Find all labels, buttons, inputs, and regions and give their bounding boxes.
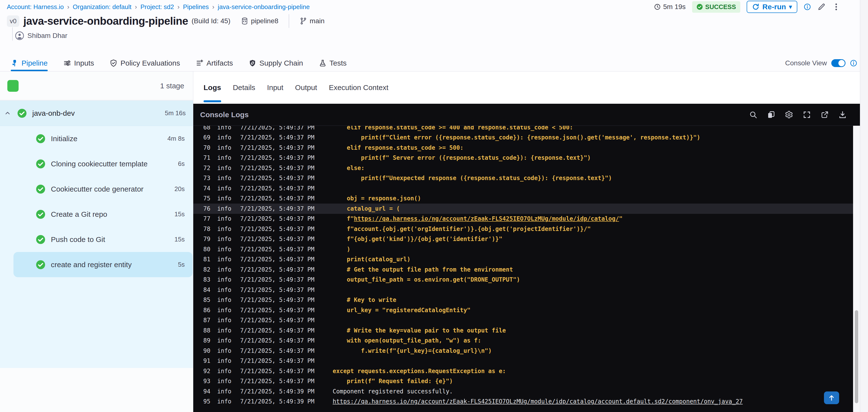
step-item[interactable]: Initialize4m 8s <box>0 126 193 151</box>
log-row: 85info7/21/2025, 5:49:37 PM # Key to wri… <box>193 295 853 305</box>
log-link[interactable]: https://qa.harness.io/ng/account/zEaak-F… <box>333 398 743 405</box>
detail-tab-input[interactable]: Input <box>267 71 283 104</box>
tab-label: Artifacts <box>207 59 233 67</box>
info-icon[interactable] <box>850 59 857 67</box>
log-level: info <box>217 185 231 192</box>
console-view-toggle[interactable] <box>831 59 845 67</box>
log-scrollbar-thumb[interactable] <box>855 310 858 403</box>
download-icon[interactable] <box>838 110 847 119</box>
breadcrumb-separator: › <box>135 3 137 11</box>
tab-tests[interactable]: Tests <box>319 55 347 71</box>
status-text: SUCCESS <box>705 3 736 11</box>
step-item[interactable]: Push code to Git15s <box>0 227 193 252</box>
log-level: info <box>217 317 231 324</box>
log-viewer[interactable]: 68info7/21/2025, 5:49:37 PM elif respons… <box>193 126 853 412</box>
scroll-to-top-button[interactable] <box>824 391 839 404</box>
tab-pipeline[interactable]: Pipeline <box>11 55 48 71</box>
log-text: Component registered successfully. <box>333 388 453 395</box>
detail-tab-execution-context[interactable]: Execution Context <box>329 71 388 104</box>
detail-tab-logs[interactable]: Logs <box>204 71 221 104</box>
detail-tab-output[interactable]: Output <box>295 71 317 104</box>
log-timestamp: 7/21/2025, 5:49:37 PM <box>240 154 314 161</box>
log-text: print(f" Server error ({response.status_… <box>333 154 591 161</box>
branch-chip[interactable]: main <box>300 17 324 25</box>
log-scrollbar[interactable] <box>853 126 860 412</box>
stage-status-square <box>7 80 19 92</box>
rerun-label: Re-run <box>762 3 786 11</box>
detail-tab-details[interactable]: Details <box>233 71 255 104</box>
log-row: 92info7/21/2025, 5:49:37 PMexcept reques… <box>193 366 853 376</box>
stage-panel: java-onb-dev 5m 16s Initialize4m 8sCloni… <box>0 100 193 368</box>
log-timestamp: 7/21/2025, 5:49:37 PM <box>240 368 314 375</box>
page-title: java-service-onboarding-pipeline <box>23 15 188 27</box>
step-item[interactable]: Cloning cookiecutter template6s <box>0 151 193 177</box>
breadcrumb-link[interactable]: Project: sd2 <box>141 3 174 11</box>
page-scrollbar[interactable] <box>860 0 868 412</box>
log-line-number: 95 <box>203 398 210 405</box>
breadcrumb-link[interactable]: java-service-onboarding-pipeline <box>218 3 310 11</box>
branch-icon <box>300 17 307 25</box>
log-line-number: 72 <box>203 165 210 171</box>
log-level: info <box>217 276 231 283</box>
kebab-menu-icon[interactable] <box>832 3 840 11</box>
step-label: Create a Git repo <box>51 210 107 219</box>
breadcrumb-link[interactable]: Pipelines <box>183 3 209 11</box>
log-text: elif response.status_code >= 400 and res… <box>333 126 573 131</box>
tab-supply-chain[interactable]: Supply Chain <box>249 55 303 71</box>
log-timestamp: 7/21/2025, 5:49:37 PM <box>240 378 314 385</box>
top-bar: Account: Harness.io›Organization: defaul… <box>0 0 860 14</box>
log-text: with open(output_file_path, "w") as f: <box>333 337 481 344</box>
settings-icon[interactable] <box>785 110 793 119</box>
log-text: else: <box>333 165 365 171</box>
stage-row[interactable]: java-onb-dev 5m 16s <box>0 100 193 126</box>
log-link[interactable]: https://qa.harness.io/ng/account/zEaak-F… <box>354 215 619 222</box>
rerun-button[interactable]: Re-run ▾ <box>747 1 797 13</box>
log-level: info <box>217 296 231 304</box>
breadcrumb-link[interactable]: Account: Harness.io <box>7 3 64 11</box>
step-item[interactable]: Create a Git repo15s <box>0 201 193 227</box>
log-row: 76info7/21/2025, 5:49:37 PM catalog_url … <box>193 203 853 214</box>
log-row: 83info7/21/2025, 5:49:37 PM output_file_… <box>193 275 853 285</box>
fullscreen-icon[interactable] <box>803 110 811 119</box>
log-row: 90info7/21/2025, 5:49:37 PM f.write(f"{u… <box>193 346 853 356</box>
log-row: 88info7/21/2025, 5:49:37 PM # Write the … <box>193 325 853 336</box>
tab-inputs[interactable]: Inputs <box>63 55 94 71</box>
log-text: # Get the output file path from the envi… <box>333 266 513 273</box>
breadcrumb-link[interactable]: Organization: default <box>73 3 131 11</box>
pipeline-header: v0 java-service-onboarding-pipeline (Bui… <box>7 14 324 28</box>
tab-artifacts[interactable]: Artifacts <box>196 55 233 71</box>
log-timestamp: 7/21/2025, 5:49:37 PM <box>240 126 314 131</box>
chevron-up-icon[interactable] <box>4 110 11 117</box>
stage-duration: 5m 16s <box>165 109 186 117</box>
step-duration: 20s <box>175 185 185 193</box>
log-text: # Write the key=value pair to the output… <box>333 327 506 334</box>
open-in-new-icon[interactable] <box>820 110 829 119</box>
topbar-actions: 5m 19s SUCCESS Re-run ▾ <box>654 1 840 13</box>
log-row: 73info7/21/2025, 5:49:37 PM print(f"Unex… <box>193 173 853 184</box>
copy-icon[interactable] <box>767 110 775 119</box>
tab-policy-evaluations[interactable]: Policy Evaluations <box>110 55 180 71</box>
log-row: 74info7/21/2025, 5:49:37 PM <box>193 183 853 193</box>
log-row: 81info7/21/2025, 5:49:37 PM print(catalo… <box>193 254 853 265</box>
log-level: info <box>217 266 231 273</box>
log-row: 94info7/21/2025, 5:49:39 PMComponent reg… <box>193 386 853 397</box>
step-label: Initialize <box>51 134 77 143</box>
log-row: 93info7/21/2025, 5:49:37 PM print(f" Req… <box>193 376 853 386</box>
shield-check-icon <box>110 59 118 67</box>
info-icon[interactable] <box>804 3 811 10</box>
log-text: print(catalog_url) <box>333 256 410 263</box>
breadcrumb-separator: › <box>212 3 214 11</box>
log-timestamp: 7/21/2025, 5:49:37 PM <box>240 226 314 232</box>
step-item[interactable]: create and register entity5s <box>13 252 192 277</box>
log-timestamp: 7/21/2025, 5:49:37 PM <box>240 185 314 192</box>
edit-icon[interactable] <box>817 3 826 11</box>
log-timestamp: 7/21/2025, 5:49:39 PM <box>240 398 314 405</box>
log-row: 79info7/21/2025, 5:49:37 PM f"{obj.get('… <box>193 234 853 245</box>
pipeline-ref[interactable]: pipeline8 <box>241 17 278 25</box>
log-row: 72info7/21/2025, 5:49:37 PM else: <box>193 163 853 173</box>
list-plus-icon <box>196 59 204 67</box>
step-item[interactable]: Cookiecutter code generator20s <box>0 177 193 201</box>
log-lines: 68info7/21/2025, 5:49:37 PM elif respons… <box>193 126 853 407</box>
log-timestamp: 7/21/2025, 5:49:37 PM <box>240 276 314 283</box>
search-icon[interactable] <box>749 110 757 119</box>
